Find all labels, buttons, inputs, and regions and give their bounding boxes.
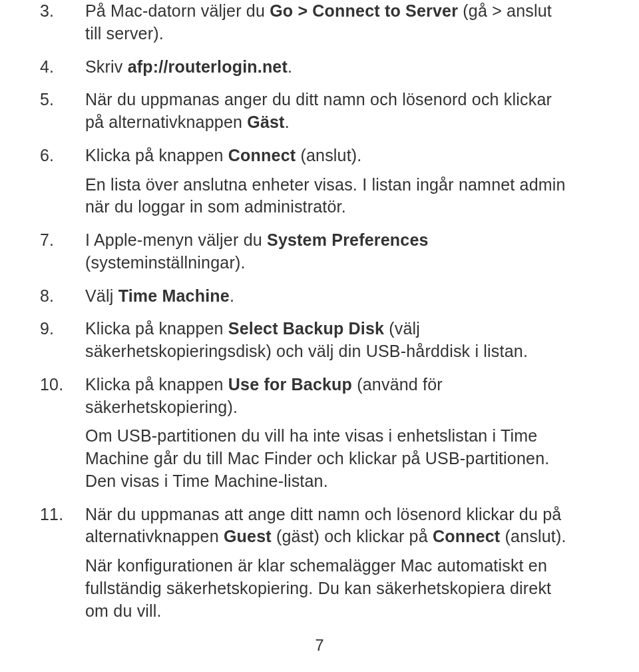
instruction-list: 3.På Mac-datorn väljer du Go > Connect t…	[40, 0, 572, 622]
text-run: Klicka på knappen	[85, 375, 228, 394]
text-run: Om USB-partitionen du vill ha inte visas…	[85, 426, 549, 490]
step-body: Klicka på knappen Select Backup Disk (vä…	[85, 318, 572, 363]
step-number: 7.	[40, 229, 85, 274]
step-number: 9.	[40, 318, 85, 363]
bold-text: Use for Backup	[228, 375, 352, 394]
bold-text: Time Machine	[118, 286, 230, 305]
step-paragraph: Skriv afp://routerlogin.net.	[85, 56, 572, 79]
step-body: Klicka på knappen Connect (anslut).En li…	[85, 145, 572, 218]
step-number: 6.	[40, 145, 85, 218]
step-number: 5.	[40, 89, 85, 134]
bold-text: Go > Connect to Server	[270, 1, 458, 20]
bold-text: Gäst	[247, 113, 284, 131]
bold-text: Connect	[228, 146, 296, 165]
text-run: Skriv	[85, 57, 128, 76]
text-run: (gäst) och klickar på	[272, 527, 433, 545]
step-number: 10.	[40, 374, 85, 493]
step-body: Välj Time Machine.	[85, 285, 572, 308]
step-number: 3.	[40, 0, 85, 45]
bold-text: Connect	[433, 527, 500, 545]
text-run: (anslut).	[500, 527, 566, 545]
step-body: På Mac-datorn väljer du Go > Connect to …	[85, 0, 572, 45]
text-run: .	[288, 57, 292, 76]
text-run: En lista över anslutna enheter visas. I …	[85, 175, 566, 216]
step-paragraph: Klicka på knappen Use for Backup (använd…	[85, 374, 572, 419]
text-run: Klicka på knappen	[85, 319, 228, 338]
step-paragraph: När du uppmanas att ange ditt namn och l…	[85, 504, 572, 549]
step-paragraph: En lista över anslutna enheter visas. I …	[85, 174, 572, 219]
text-run: När konfigurationen är klar schemalägger…	[85, 556, 551, 620]
step-number: 4.	[40, 56, 85, 79]
instruction-step: 9.Klicka på knappen Select Backup Disk (…	[40, 318, 572, 363]
text-run: Klicka på knappen	[85, 146, 228, 165]
step-paragraph: Om USB-partitionen du vill ha inte visas…	[85, 425, 572, 492]
instruction-step: 6.Klicka på knappen Connect (anslut).En …	[40, 145, 572, 218]
step-body: När du uppmanas att ange ditt namn och l…	[85, 504, 572, 623]
step-paragraph: Klicka på knappen Connect (anslut).	[85, 145, 572, 167]
bold-text: afp://routerlogin.net	[128, 57, 288, 76]
step-paragraph: I Apple-menyn väljer du System Preferenc…	[85, 229, 572, 274]
page-number: 7	[0, 635, 639, 656]
document-page: 3.På Mac-datorn väljer du Go > Connect t…	[0, 0, 639, 672]
step-number: 11.	[40, 504, 85, 623]
instruction-step: 4.Skriv afp://routerlogin.net.	[40, 56, 572, 79]
step-paragraph: Välj Time Machine.	[85, 285, 572, 308]
step-paragraph: När du uppmanas anger du ditt namn och l…	[85, 89, 572, 134]
text-run: (systeminställningar).	[85, 253, 246, 272]
text-run: I Apple-menyn väljer du	[85, 230, 267, 249]
text-run: .	[285, 113, 290, 131]
step-body: Skriv afp://routerlogin.net.	[85, 56, 572, 79]
text-run: På Mac-datorn väljer du	[85, 1, 270, 20]
bold-text: Guest	[224, 527, 272, 545]
text-run: Välj	[85, 286, 118, 305]
step-number: 8.	[40, 285, 85, 308]
instruction-step: 10.Klicka på knappen Use for Backup (anv…	[40, 374, 572, 493]
text-run: .	[230, 286, 234, 305]
text-run: (anslut).	[296, 146, 361, 165]
text-run: När du uppmanas anger du ditt namn och l…	[85, 90, 552, 131]
instruction-step: 3.På Mac-datorn väljer du Go > Connect t…	[40, 0, 572, 45]
step-paragraph: När konfigurationen är klar schemalägger…	[85, 555, 572, 622]
bold-text: Select Backup Disk	[228, 319, 384, 338]
instruction-step: 11.När du uppmanas att ange ditt namn oc…	[40, 504, 572, 623]
instruction-step: 8.Välj Time Machine.	[40, 285, 572, 308]
step-body: I Apple-menyn väljer du System Preferenc…	[85, 229, 572, 274]
step-paragraph: På Mac-datorn väljer du Go > Connect to …	[85, 0, 572, 45]
step-body: Klicka på knappen Use for Backup (använd…	[85, 374, 572, 493]
step-paragraph: Klicka på knappen Select Backup Disk (vä…	[85, 318, 572, 363]
step-body: När du uppmanas anger du ditt namn och l…	[85, 89, 572, 134]
instruction-step: 5.När du uppmanas anger du ditt namn och…	[40, 89, 572, 134]
bold-text: System Preferences	[267, 230, 429, 249]
instruction-step: 7.I Apple-menyn väljer du System Prefere…	[40, 229, 572, 274]
